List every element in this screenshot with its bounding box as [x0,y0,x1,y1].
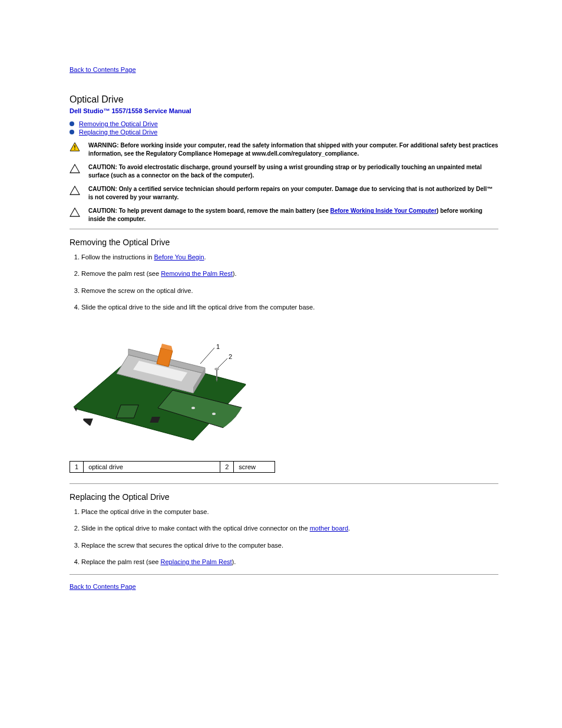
removing-palm-rest-link[interactable]: Removing the Palm Rest [161,270,233,277]
manual-title: Dell Studio™ 1557/1558 Service Manual [70,107,498,114]
callout-table: 1 optical drive 2 screw [70,461,275,473]
caution-row: CAUTION: To help prevent damage to the s… [70,207,498,223]
svg-marker-3 [70,164,80,173]
caution-text-battery: CAUTION: To help prevent damage to the s… [88,207,498,223]
caution-text-technician: CAUTION: Only a certified service techni… [88,185,498,201]
removing-heading: Removing the Optical Drive [70,238,498,247]
caution-icon [70,164,80,173]
svg-point-15 [212,413,216,415]
svg-line-23 [200,348,214,364]
warning-text: WARNING: Before working inside your comp… [88,141,498,157]
before-working-link[interactable]: Before Working Inside Your Computer [330,207,437,214]
step-item: Remove the screw on the optical drive. [81,286,498,295]
warning-row: WARNING: Before working inside your comp… [70,141,498,157]
bullet-icon [70,121,74,126]
step-item: Replace the palm rest (see Replacing the… [81,558,498,566]
toc-list: Removing the Optical Drive Replacing the… [70,120,498,136]
svg-rect-1 [74,145,75,147]
back-to-contents-bottom[interactable]: Back to Contents Page [70,583,136,590]
before-you-begin-link[interactable]: Before You Begin [154,253,204,261]
svg-rect-2 [74,149,75,150]
step-item: Remove the palm rest (see Removing the P… [81,269,498,278]
svg-marker-4 [70,186,80,195]
figure-optical-drive: 1 2 [70,319,498,455]
step-item: Slide in the optical drive to make conta… [81,524,498,532]
svg-rect-10 [81,419,92,426]
page-title: Optical Drive [70,94,498,105]
toc-link-replacing[interactable]: Replacing the Optical Drive [79,129,157,136]
bullet-icon [70,130,74,134]
toc-item: Removing the Optical Drive [70,120,498,127]
divider [70,574,498,575]
toc-item: Replacing the Optical Drive [70,129,498,136]
svg-text:1: 1 [216,343,220,350]
caution-row: CAUTION: Only a certified service techni… [70,185,498,201]
svg-point-14 [191,407,195,409]
caution-icon [70,186,80,195]
svg-line-28 [218,358,227,368]
step-item: Place the optical drive in the computer … [81,508,498,516]
step-item: Follow the instructions in Before You Be… [81,253,498,261]
replacing-heading: Replacing the Optical Drive [70,492,498,502]
back-to-contents-top[interactable]: Back to Contents Page [70,66,136,73]
replacing-palm-rest-link[interactable]: Replacing the Palm Rest [161,558,232,565]
step-item: Slide the optical drive to the side and … [81,303,498,311]
svg-rect-9 [70,408,77,416]
caution-row: CAUTION: To avoid electrostatic discharg… [70,163,498,179]
replacing-steps: Place the optical drive in the computer … [81,508,498,566]
caution-text-esd: CAUTION: To avoid electrostatic discharg… [88,163,498,179]
step-item: Replace the screw that secures the optic… [81,541,498,549]
caution-icon [70,207,80,217]
warning-icon [70,142,80,151]
svg-text:2: 2 [229,353,232,360]
mother-board-link[interactable]: mother board [310,525,348,532]
callout-label: optical drive [84,462,220,473]
callout-label: screw [234,462,275,473]
svg-marker-5 [70,208,80,216]
table-row: 1 optical drive 2 screw [70,462,275,473]
toc-link-removing[interactable]: Removing the Optical Drive [79,120,158,127]
svg-point-26 [215,368,219,370]
divider [70,483,498,484]
callout-number: 2 [220,462,234,473]
divider [70,229,498,229]
callout-number: 1 [70,462,84,473]
removing-steps: Follow the instructions in Before You Be… [81,253,498,311]
